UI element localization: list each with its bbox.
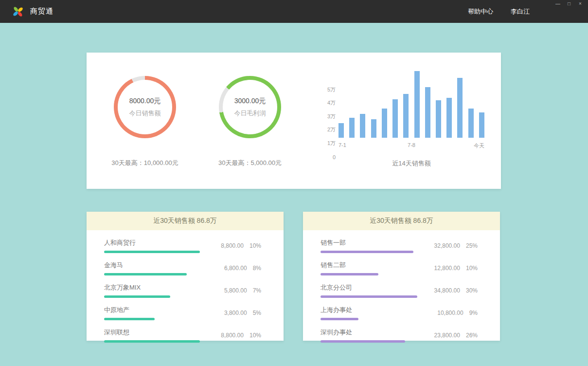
- bar: [425, 87, 430, 138]
- item-name: 深圳办事处: [321, 328, 424, 337]
- item-amount: 8,800.00: [221, 242, 244, 249]
- item-percent: 10%: [249, 242, 261, 249]
- item-value: 6,800.008%: [224, 265, 261, 272]
- item-name: 金海马: [104, 261, 207, 270]
- y-tick-label: 0: [321, 154, 336, 160]
- item-name: 销售一部: [321, 238, 424, 247]
- help-center-link[interactable]: 帮助中心: [468, 7, 493, 16]
- item-name: 北京万象MIX: [104, 283, 207, 292]
- x-axis: 7-1 7-8 今天: [339, 142, 484, 149]
- item-value: 12,800.0010%: [434, 265, 478, 272]
- department-sales-panel: 近30天销售额 86.8万 销售一部32,800.0025%销售二部12,800…: [303, 212, 500, 341]
- chart-caption: 近14天销售额: [339, 159, 484, 168]
- item-name: 销售二部: [321, 261, 424, 270]
- item-progress-bar: [104, 340, 200, 343]
- list-item: 中原地产3,800.005%: [104, 306, 261, 320]
- bar: [392, 99, 398, 138]
- close-icon[interactable]: ×: [577, 1, 583, 7]
- today-profit-donut: 3000.00元 今日毛利润: [219, 76, 281, 138]
- item-value: 8,800.0010%: [221, 242, 261, 249]
- summary-card: 8000.00元 今日销售额 30天最高：10,000.00元 3000.00元…: [87, 53, 501, 189]
- item-value: 10,800.009%: [437, 310, 478, 316]
- y-tick-label: 4万: [321, 99, 336, 107]
- maximize-icon[interactable]: □: [566, 1, 572, 7]
- bar: [403, 94, 409, 138]
- item-progress-bar: [104, 251, 200, 253]
- customer-sales-panel-title: 近30天销售额 86.8万: [87, 212, 284, 230]
- bar: [371, 119, 376, 138]
- y-tick-label: 1万: [321, 140, 336, 147]
- item-percent: 5%: [253, 310, 261, 316]
- item-percent: 9%: [469, 310, 478, 316]
- item-amount: 12,800.00: [434, 265, 460, 272]
- titlebar: 商贸通 帮助中心 李白江 — □ ×: [0, 0, 588, 23]
- today-profit-value: 3000.00元: [234, 97, 266, 106]
- list-item: 上海办事处10,800.009%: [321, 306, 478, 320]
- item-amount: 23,800.00: [434, 332, 460, 339]
- list-item: 北京分公司34,800.0030%: [321, 283, 478, 298]
- item-progress-bar: [104, 318, 155, 320]
- item-value: 3,800.005%: [224, 310, 261, 316]
- item-progress-bar: [104, 273, 187, 275]
- today-profit-donut-block: 3000.00元 今日毛利润 30天最高：5,000.00元: [203, 53, 297, 189]
- list-item: 销售二部12,800.0010%: [321, 261, 478, 275]
- item-percent: 25%: [466, 242, 478, 249]
- minimize-icon[interactable]: —: [555, 1, 561, 7]
- customer-sales-panel: 近30天销售额 86.8万 人和商贸行8,800.0010%金海马6,800.0…: [87, 212, 284, 341]
- today-sales-value: 8000.00元: [129, 97, 161, 106]
- y-tick-label: 3万: [321, 113, 336, 120]
- item-progress-bar: [321, 251, 413, 253]
- bar: [360, 114, 365, 138]
- item-progress-bar: [321, 340, 405, 343]
- item-progress-bar: [321, 318, 358, 320]
- item-percent: 30%: [466, 287, 478, 294]
- app-logo-icon: [12, 5, 24, 18]
- bar: [479, 112, 484, 138]
- x-tick-label: 7-1: [339, 142, 346, 148]
- list-item: 深圳联想8,800.0010%: [104, 328, 261, 343]
- item-percent: 26%: [466, 332, 478, 339]
- today-profit-label: 今日毛利润: [234, 109, 266, 118]
- list-item: 人和商贸行8,800.0010%: [104, 238, 261, 253]
- item-percent: 7%: [253, 287, 261, 294]
- app-window: 商贸通 帮助中心 李白江 — □ × 8000.00元 今日销售额 30天最高：…: [0, 0, 588, 366]
- item-progress-bar: [321, 295, 417, 298]
- item-value: 5,800.007%: [224, 287, 261, 294]
- app-title: 商贸通: [30, 7, 53, 16]
- bar: [436, 100, 441, 138]
- bar: [349, 118, 355, 138]
- bar: [339, 123, 344, 138]
- list-item: 销售一部32,800.0025%: [321, 238, 478, 253]
- sales-bar-plot: [339, 71, 484, 138]
- item-name: 深圳联想: [104, 328, 207, 337]
- department-sales-panel-title: 近30天销售额 86.8万: [303, 212, 500, 230]
- item-progress-bar: [104, 295, 170, 298]
- item-percent: 8%: [253, 265, 261, 272]
- today-sales-label: 今日销售额: [129, 109, 161, 118]
- customer-sales-list: 人和商贸行8,800.0010%金海马6,800.008%北京万象MIX5,80…: [87, 230, 284, 343]
- item-percent: 10%: [249, 332, 261, 339]
- item-value: 8,800.0010%: [221, 332, 261, 339]
- username-menu[interactable]: 李白江: [511, 7, 530, 16]
- item-value: 32,800.0025%: [434, 242, 478, 249]
- y-tick-label: 5万: [321, 86, 336, 93]
- item-value: 23,800.0026%: [434, 332, 478, 339]
- x-tick-label: 今天: [474, 142, 484, 149]
- y-tick-label: 2万: [321, 126, 336, 133]
- item-amount: 6,800.00: [224, 265, 247, 272]
- list-item: 深圳办事处23,800.0026%: [321, 328, 478, 343]
- list-item: 金海马6,800.008%: [104, 261, 261, 275]
- today-sales-footnote: 30天最高：10,000.00元: [111, 159, 178, 167]
- item-amount: 34,800.00: [434, 287, 460, 294]
- sales-bar-chart: 5万4万3万2万1万0 7-1 7-8 今天 近14天销售额: [319, 53, 487, 189]
- today-sales-donut-block: 8000.00元 今日销售额 30天最高：10,000.00元: [98, 53, 192, 189]
- bar: [446, 98, 452, 138]
- today-sales-donut: 8000.00元 今日销售额: [114, 76, 176, 138]
- department-sales-list: 销售一部32,800.0025%销售二部12,800.0010%北京分公司34,…: [303, 230, 500, 343]
- list-item: 北京万象MIX5,800.007%: [104, 283, 261, 298]
- item-name: 北京分公司: [321, 283, 424, 292]
- item-name: 上海办事处: [321, 306, 424, 314]
- window-controls: — □ ×: [555, 1, 583, 7]
- x-tick-label: 7-8: [408, 142, 415, 148]
- item-amount: 8,800.00: [221, 332, 244, 339]
